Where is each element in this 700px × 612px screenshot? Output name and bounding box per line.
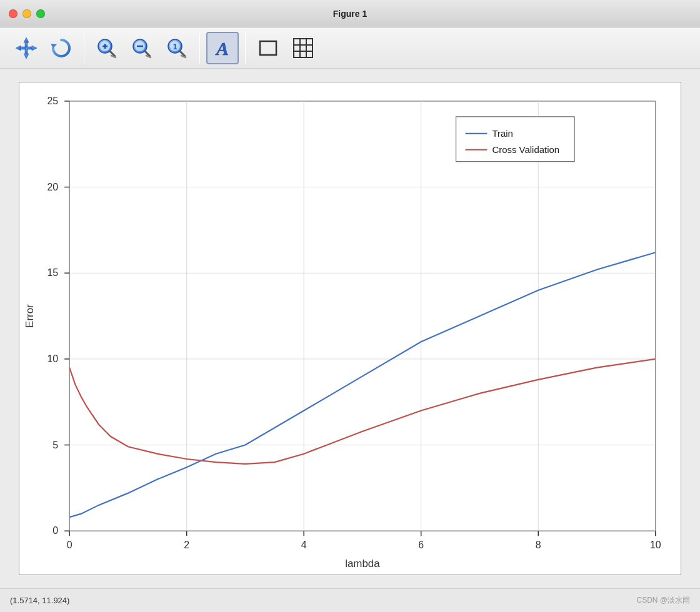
text-tool-button[interactable]: A xyxy=(206,32,239,64)
svg-rect-31 xyxy=(300,45,306,51)
svg-marker-6 xyxy=(32,46,37,51)
svg-rect-26 xyxy=(260,41,276,55)
zoom-out-icon xyxy=(129,35,155,61)
chart-svg: 0 2 4 6 8 10 0 5 10 15 20 25 Error lambd… xyxy=(19,82,681,575)
text-icon: A xyxy=(209,35,236,61)
svg-rect-37 xyxy=(69,101,656,531)
move-tool-button[interactable] xyxy=(10,32,42,64)
zoom-in-button[interactable] xyxy=(91,32,123,64)
svg-text:2: 2 xyxy=(184,540,189,550)
svg-rect-7 xyxy=(27,47,32,49)
move-icon xyxy=(13,35,39,61)
zoom-reset-icon: 1 xyxy=(164,35,190,61)
svg-text:0: 0 xyxy=(67,540,72,550)
svg-rect-35 xyxy=(306,51,312,57)
svg-text:0: 0 xyxy=(52,525,58,536)
status-bar: (1.5714, 11.924) CSDN @淡水雨 xyxy=(0,588,700,612)
svg-text:A: A xyxy=(215,38,229,59)
svg-text:8: 8 xyxy=(536,540,541,550)
zoom-out-button[interactable] xyxy=(126,32,158,64)
svg-text:4: 4 xyxy=(301,540,307,550)
svg-text:20: 20 xyxy=(47,182,58,192)
svg-rect-32 xyxy=(306,45,312,51)
watermark: CSDN @淡水雨 xyxy=(636,595,690,606)
coords-display: (1.5714, 11.924) xyxy=(10,596,69,605)
maximize-button[interactable] xyxy=(36,9,45,18)
svg-rect-76 xyxy=(456,117,575,162)
svg-text:5: 5 xyxy=(52,440,58,450)
zoom-in-icon xyxy=(94,35,120,61)
grid-icon xyxy=(290,35,316,61)
svg-rect-30 xyxy=(294,45,300,51)
toolbar-divider-3 xyxy=(245,32,246,64)
content-area: 0 2 4 6 8 10 0 5 10 15 20 25 Error lambd… xyxy=(0,69,700,588)
svg-text:1: 1 xyxy=(173,42,178,51)
svg-text:10: 10 xyxy=(650,540,661,550)
grid-tool-button[interactable] xyxy=(287,32,319,64)
svg-text:Error: Error xyxy=(24,304,36,328)
svg-marker-0 xyxy=(24,37,29,42)
svg-rect-33 xyxy=(294,51,300,57)
svg-rect-27 xyxy=(294,39,300,45)
legend-cv-label: Cross Validation xyxy=(492,144,559,155)
svg-text:15: 15 xyxy=(47,267,58,278)
title-bar: Figure 1 xyxy=(0,0,700,27)
svg-rect-29 xyxy=(306,39,312,45)
svg-text:6: 6 xyxy=(418,540,424,550)
close-button[interactable] xyxy=(9,9,18,18)
refresh-icon xyxy=(48,35,74,61)
svg-rect-28 xyxy=(300,39,306,45)
svg-marker-4 xyxy=(16,46,21,51)
toolbar-divider-2 xyxy=(199,32,200,64)
window-controls[interactable] xyxy=(9,9,45,18)
rect-icon xyxy=(255,35,281,61)
figure-area: 0 2 4 6 8 10 0 5 10 15 20 25 Error lambd… xyxy=(19,82,681,575)
svg-rect-34 xyxy=(300,51,306,57)
toolbar-divider-1 xyxy=(84,32,84,64)
svg-text:25: 25 xyxy=(47,96,58,106)
minimize-button[interactable] xyxy=(22,9,31,18)
rect-tool-button[interactable] xyxy=(252,32,284,64)
svg-marker-2 xyxy=(24,54,29,59)
svg-text:lambda: lambda xyxy=(345,558,380,570)
legend-train-label: Train xyxy=(492,128,513,139)
refresh-tool-button[interactable] xyxy=(45,32,78,64)
svg-text:10: 10 xyxy=(47,353,58,364)
svg-rect-5 xyxy=(21,47,26,49)
window-title: Figure 1 xyxy=(333,9,367,19)
toolbar: 1 A xyxy=(0,27,700,69)
svg-marker-8 xyxy=(51,44,57,48)
zoom-reset-button[interactable]: 1 xyxy=(161,32,193,64)
